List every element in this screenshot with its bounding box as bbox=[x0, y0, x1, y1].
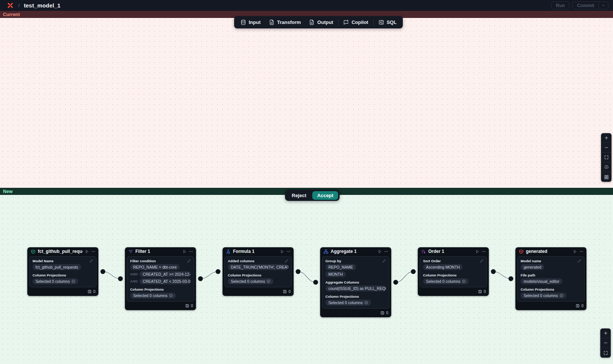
value-pill: CREATED_AT < 2025-03-01 bbox=[140, 278, 191, 284]
cube-icon bbox=[519, 249, 524, 254]
node-field: Column ProjectionsSelected 0 columns bbox=[325, 294, 386, 306]
node-title: fct_github_pull_requests bbox=[38, 249, 83, 254]
run-node-icon[interactable] bbox=[280, 250, 284, 254]
new-section-label: New bbox=[3, 189, 13, 194]
zoom-out-button[interactable] bbox=[600, 338, 611, 348]
field-label: Sort Order bbox=[423, 259, 484, 263]
node-footer: 0 bbox=[515, 302, 586, 310]
run-button[interactable]: Run bbox=[551, 1, 569, 9]
field-label: File path bbox=[521, 273, 581, 277]
node-title: Filter 1 bbox=[135, 249, 180, 254]
toolbar-input-button[interactable]: Input bbox=[236, 16, 265, 28]
node-menu-icon[interactable] bbox=[91, 250, 95, 254]
fit-view-button[interactable] bbox=[601, 153, 612, 162]
value-pill: MONTH bbox=[325, 271, 346, 277]
node-field: Sort OrderAscending MONTH bbox=[423, 259, 484, 270]
columns-icon bbox=[380, 311, 384, 315]
boolean-operator-label: AND bbox=[130, 279, 138, 283]
focus-button[interactable] bbox=[601, 162, 612, 172]
zoom-in-button[interactable] bbox=[601, 133, 612, 143]
node-body: Model namegeneratedFile pathmodels/visua… bbox=[517, 256, 585, 302]
node-menu-icon[interactable] bbox=[189, 250, 193, 254]
node-menu-icon[interactable] bbox=[579, 250, 583, 254]
field-label: Column Projections bbox=[228, 273, 288, 277]
fit-view-button[interactable] bbox=[600, 348, 611, 358]
toolbar-sql-button[interactable]: SQL bbox=[374, 16, 401, 28]
node-field: Aggregate Columnscount(ISSUE_ID) as PULL… bbox=[325, 280, 386, 291]
commit-dropdown-button[interactable] bbox=[598, 2, 608, 9]
columns-icon bbox=[478, 290, 482, 294]
value-pill: Ascending MONTH bbox=[423, 264, 463, 270]
auto-layout-button[interactable] bbox=[601, 172, 612, 182]
field-label: Column Projections bbox=[33, 273, 93, 277]
node-field: File pathmodels/visual_editor bbox=[521, 273, 581, 284]
field-label: Group by bbox=[325, 259, 386, 263]
current-canvas[interactable]: InputTransformOutputCopilotSQL bbox=[0, 18, 613, 188]
reject-button[interactable]: Reject bbox=[287, 193, 311, 198]
field-label: Model Name bbox=[33, 259, 93, 263]
commit-label: Commit bbox=[573, 3, 598, 8]
field-label: Model name bbox=[521, 259, 581, 263]
info-icon bbox=[169, 294, 173, 297]
edit-icon[interactable] bbox=[382, 259, 386, 263]
node-field: Column ProjectionsSelected 0 columns bbox=[423, 273, 484, 284]
node-order_1[interactable]: Order 1Sort OrderAscending MONTHColumn P… bbox=[418, 247, 489, 296]
field-row: Selected 0 columns bbox=[521, 293, 581, 299]
edit-icon[interactable] bbox=[285, 259, 288, 263]
new-canvas[interactable]: fct_github_pull_requestsModel Namefct_gi… bbox=[0, 195, 613, 364]
toolbar-item-label: SQL bbox=[387, 19, 397, 25]
node-generated[interactable]: generatedModel namegeneratedFile pathmod… bbox=[515, 247, 586, 310]
toolbar-output-button[interactable]: Output bbox=[305, 16, 337, 28]
run-node-icon[interactable] bbox=[475, 250, 479, 254]
edit-icon[interactable] bbox=[187, 259, 191, 263]
node-field: Filter conditionREPO_NAME = dbt-coreANDC… bbox=[130, 259, 191, 284]
field-label: Added columns bbox=[228, 259, 288, 263]
field-label: Column Projections bbox=[521, 287, 581, 291]
value-pill: Selected 0 columns bbox=[521, 293, 566, 299]
fit-view-icon bbox=[604, 155, 609, 160]
zoom-out-icon bbox=[604, 145, 609, 150]
edit-icon[interactable] bbox=[89, 259, 93, 263]
focus-icon bbox=[604, 165, 609, 169]
node-header[interactable]: Order 1 bbox=[418, 247, 489, 256]
node-header[interactable]: fct_github_pull_requests bbox=[27, 247, 98, 256]
zoom-in-icon bbox=[603, 331, 608, 336]
info-icon bbox=[364, 301, 368, 305]
toolbar-transform-button[interactable]: Transform bbox=[265, 16, 305, 28]
node-fct_github_pull_requests[interactable]: fct_github_pull_requestsModel Namefct_gi… bbox=[27, 247, 98, 296]
run-node-icon[interactable] bbox=[378, 250, 382, 254]
run-node-icon[interactable] bbox=[85, 250, 89, 254]
field-row: DATE_TRUNC('MONTH', CREATED_AT… bbox=[228, 264, 288, 270]
node-title: Order 1 bbox=[428, 249, 473, 254]
zoom-in-button[interactable] bbox=[600, 328, 611, 338]
node-body: Model Namefct_github_pull_requestsColumn… bbox=[29, 256, 96, 287]
field-row: ANDCREATED_AT >= 2024-12-01 bbox=[130, 271, 191, 277]
column-count: 0 bbox=[288, 290, 291, 294]
node-header[interactable]: generated bbox=[515, 247, 586, 256]
flask-icon bbox=[226, 249, 231, 254]
node-aggregate_1[interactable]: Aggregate 1Group byREPO_NAMEMONTHAggrega… bbox=[320, 247, 391, 317]
node-header[interactable]: Filter 1 bbox=[125, 247, 196, 256]
node-header[interactable]: Formula 1 bbox=[223, 247, 294, 256]
accept-button[interactable]: Accept bbox=[312, 191, 338, 200]
node-body: Group byREPO_NAMEMONTHAggregate Columnsc… bbox=[322, 256, 389, 309]
node-filter_1[interactable]: Filter 1Filter conditionREPO_NAME = dbt-… bbox=[125, 247, 196, 310]
toolbar-copilot-button[interactable]: Copilot bbox=[339, 16, 373, 28]
commit-button[interactable]: Commit bbox=[572, 1, 609, 9]
field-row: REPO_NAME = dbt-core bbox=[130, 264, 191, 270]
node-header[interactable]: Aggregate 1 bbox=[320, 247, 391, 256]
edit-icon[interactable] bbox=[577, 259, 581, 263]
node-menu-icon[interactable] bbox=[482, 250, 486, 254]
zoom-out-button[interactable] bbox=[601, 143, 612, 153]
node-menu-icon[interactable] bbox=[384, 250, 388, 254]
run-node-icon[interactable] bbox=[183, 250, 187, 254]
run-node-icon[interactable] bbox=[573, 250, 577, 254]
node-body: Added columnsDATE_TRUNC('MONTH', CREATED… bbox=[224, 256, 292, 287]
edit-icon[interactable] bbox=[480, 259, 484, 263]
node-formula_1[interactable]: Formula 1Added columnsDATE_TRUNC('MONTH'… bbox=[223, 247, 294, 296]
node-field: Model Namefct_github_pull_requests bbox=[33, 259, 93, 270]
info-icon bbox=[560, 294, 563, 297]
columns-icon bbox=[576, 304, 580, 308]
value-pill: Selected 0 columns bbox=[325, 300, 371, 306]
node-menu-icon[interactable] bbox=[286, 250, 291, 254]
